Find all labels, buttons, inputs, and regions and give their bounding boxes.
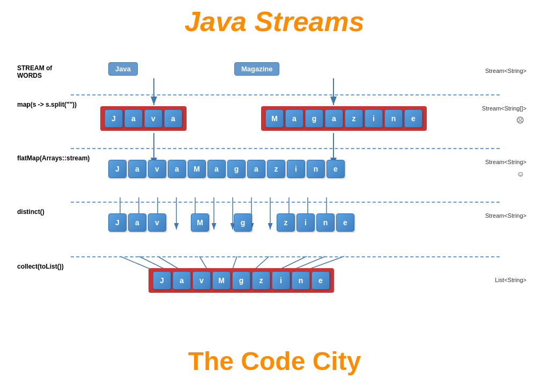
dashed-line-2 [71,148,500,149]
diagram-area: STREAM of WORDS Java Magazine Stream<Str… [17,42,532,342]
coll-J: J [153,271,171,290]
dist-a: a [128,213,146,232]
mag-letter-i: i [365,109,383,128]
flat-a4: a [247,160,265,178]
flat-a2: a [168,160,186,178]
footer-title: The Code City [11,346,538,376]
emotion-2: ☺ [517,169,524,178]
main-title: Java Streams [11,5,538,38]
java-letters-row: J a v a [100,106,187,131]
dist-z2: z [277,213,295,232]
flat-M: M [188,160,206,178]
mag-letter-n: n [384,109,403,128]
emotion-1: ☹ [516,116,524,124]
coll-i: i [272,271,290,290]
dist-J: J [108,213,127,232]
dist-i2: i [296,213,315,232]
flat-g: g [227,160,246,178]
flatmap-letters-row: J a v a M a g a z i n e [108,160,345,178]
coll-v: v [192,271,211,290]
input-boxes-row: Java Magazine [108,62,279,76]
magazine-letters-row: M a g a z i n e [261,106,427,131]
java-input-box: Java [108,62,138,76]
dashed-line-4 [71,256,500,257]
java-red-box: J a v a [100,106,187,131]
dist-e2: e [336,213,354,232]
flat-J: J [108,160,127,178]
collect-result-row: J a v M g z i n e [149,268,334,293]
flat-a3: a [207,160,226,178]
coll-g: g [232,271,250,290]
distinct-letters-row: J a v M g z i n e [108,213,354,232]
section-label-words: STREAM of WORDS [17,64,52,79]
flat-i: i [287,160,305,178]
section-label-distinct: distinct() [17,208,44,216]
java-letter-a2: a [164,109,182,128]
dist-v: v [148,213,166,232]
section-label-map: map(s -> s.split("")) [17,101,77,108]
java-letter-a1: a [124,109,143,128]
magazine-input-box: Magazine [234,62,280,76]
mag-letter-g: g [305,109,323,128]
dashed-line-1 [71,94,500,95]
java-letter-J: J [105,109,123,128]
stream-label-1: Stream<String[]> [482,105,526,112]
flat-v: v [148,160,166,178]
flat-n: n [307,160,325,178]
mag-letter-e: e [404,109,422,128]
coll-a: a [173,271,191,290]
coll-e: e [311,271,330,290]
mag-letter-a2: a [325,109,343,128]
stream-label-3: Stream<String> [485,212,526,219]
page-container: Java Streams [0,0,549,392]
section-label-collect: collect(toList()) [17,263,64,270]
stream-label-4: List<String> [495,277,526,283]
dist-M: M [191,213,209,232]
magazine-red-box: M a g a z i n e [261,106,427,131]
flat-z: z [267,160,285,178]
dist-n2: n [316,213,335,232]
mag-letter-M: M [265,109,284,128]
dashed-line-3 [71,202,500,203]
mag-letter-a1: a [285,109,303,128]
arrows-svg [17,42,532,342]
coll-z: z [252,271,270,290]
section-label-flatmap: flatMap(Arrays::stream) [17,154,90,162]
flat-a1: a [128,160,146,178]
collect-red-box: J a v M g z i n e [149,268,334,293]
dist-g2: g [234,213,252,232]
stream-label-0: Stream<String> [485,68,526,74]
mag-letter-z: z [345,109,363,128]
stream-label-2: Stream<String> [485,159,526,165]
coll-n: n [292,271,310,290]
java-letter-v: v [144,109,162,128]
coll-M: M [212,271,231,290]
flat-e: e [327,160,345,178]
